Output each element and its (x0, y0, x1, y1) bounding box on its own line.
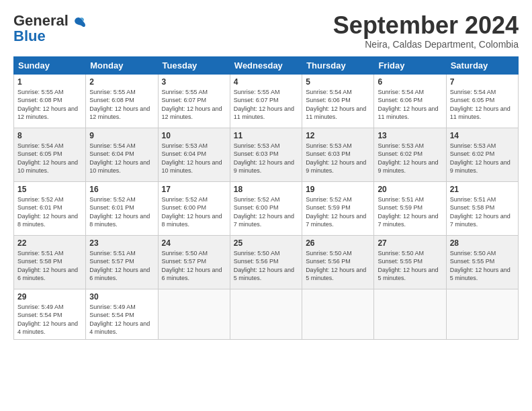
col-friday: Friday (374, 56, 446, 74)
cell-content: Sunrise: 5:52 AM Sunset: 6:00 PM Dayligh… (234, 195, 298, 229)
day-number: 23 (89, 238, 154, 248)
table-row: 22 Sunrise: 5:51 AM Sunset: 5:58 PM Dayl… (14, 235, 86, 289)
cell-content: Sunrise: 5:49 AM Sunset: 5:54 PM Dayligh… (89, 303, 154, 336)
cell-content: Sunrise: 5:50 AM Sunset: 5:56 PM Dayligh… (306, 249, 370, 283)
calendar-week-row: 29 Sunrise: 5:49 AM Sunset: 5:54 PM Dayl… (14, 289, 519, 339)
table-row: 11 Sunrise: 5:53 AM Sunset: 6:03 PM Dayl… (230, 128, 302, 181)
day-number: 10 (162, 131, 226, 140)
table-row: 18 Sunrise: 5:52 AM Sunset: 6:00 PM Dayl… (230, 181, 302, 235)
day-number: 5 (306, 77, 370, 87)
header: General Blue September 2024 Neira, Calda… (13, 12, 519, 50)
cell-content: Sunrise: 5:51 AM Sunset: 5:58 PM Dayligh… (450, 195, 515, 229)
day-number: 30 (89, 292, 154, 302)
day-number: 6 (378, 77, 442, 87)
title-area: September 2024 Neira, Caldas Department,… (333, 12, 519, 50)
day-number: 27 (378, 238, 442, 248)
cell-content: Sunrise: 5:50 AM Sunset: 5:55 PM Dayligh… (378, 249, 442, 283)
cell-content: Sunrise: 5:54 AM Sunset: 6:05 PM Dayligh… (450, 88, 515, 122)
table-row: 27 Sunrise: 5:50 AM Sunset: 5:55 PM Dayl… (374, 235, 446, 289)
table-row: 4 Sunrise: 5:55 AM Sunset: 6:07 PM Dayli… (230, 74, 302, 128)
table-row: 1 Sunrise: 5:55 AM Sunset: 6:08 PM Dayli… (14, 74, 86, 128)
cell-content: Sunrise: 5:50 AM Sunset: 5:57 PM Dayligh… (162, 249, 226, 283)
cell-content: Sunrise: 5:52 AM Sunset: 6:00 PM Dayligh… (162, 195, 226, 229)
day-number: 21 (450, 185, 515, 194)
cell-content: Sunrise: 5:54 AM Sunset: 6:06 PM Dayligh… (306, 88, 370, 122)
table-row: 7 Sunrise: 5:54 AM Sunset: 6:05 PM Dayli… (446, 74, 518, 128)
table-row: 19 Sunrise: 5:52 AM Sunset: 5:59 PM Dayl… (302, 181, 374, 235)
calendar-week-row: 15 Sunrise: 5:52 AM Sunset: 6:01 PM Dayl… (14, 181, 519, 235)
day-number: 2 (89, 77, 154, 87)
table-row: 25 Sunrise: 5:50 AM Sunset: 5:56 PM Dayl… (230, 235, 302, 289)
cell-content: Sunrise: 5:50 AM Sunset: 5:56 PM Dayligh… (234, 249, 298, 283)
col-monday: Monday (86, 56, 158, 74)
cell-content: Sunrise: 5:54 AM Sunset: 6:06 PM Dayligh… (378, 88, 442, 122)
cell-content: Sunrise: 5:54 AM Sunset: 6:05 PM Dayligh… (17, 142, 82, 175)
cell-content: Sunrise: 5:54 AM Sunset: 6:04 PM Dayligh… (89, 142, 154, 175)
col-saturday: Saturday (446, 56, 518, 74)
table-row: 6 Sunrise: 5:54 AM Sunset: 6:06 PM Dayli… (374, 74, 446, 128)
day-number: 12 (306, 131, 370, 140)
cell-content: Sunrise: 5:53 AM Sunset: 6:04 PM Dayligh… (162, 142, 226, 175)
table-row: 5 Sunrise: 5:54 AM Sunset: 6:06 PM Dayli… (302, 74, 374, 128)
day-number: 18 (234, 185, 298, 194)
table-row (230, 289, 302, 339)
day-number: 7 (450, 77, 515, 87)
day-number: 1 (17, 77, 82, 87)
cell-content: Sunrise: 5:55 AM Sunset: 6:08 PM Dayligh… (17, 88, 82, 122)
cell-content: Sunrise: 5:53 AM Sunset: 6:02 PM Dayligh… (450, 142, 515, 175)
table-row (158, 289, 230, 339)
calendar-week-row: 1 Sunrise: 5:55 AM Sunset: 6:08 PM Dayli… (14, 74, 519, 128)
logo-bird-icon (73, 15, 87, 30)
day-number: 14 (450, 131, 515, 140)
day-number: 28 (450, 238, 515, 248)
table-row: 9 Sunrise: 5:54 AM Sunset: 6:04 PM Dayli… (86, 128, 158, 181)
day-number: 26 (306, 238, 370, 248)
table-row: 21 Sunrise: 5:51 AM Sunset: 5:58 PM Dayl… (446, 181, 518, 235)
table-row: 2 Sunrise: 5:55 AM Sunset: 6:08 PM Dayli… (86, 74, 158, 128)
cell-content: Sunrise: 5:50 AM Sunset: 5:55 PM Dayligh… (450, 249, 515, 283)
day-number: 9 (89, 131, 154, 140)
table-row: 13 Sunrise: 5:53 AM Sunset: 6:02 PM Dayl… (374, 128, 446, 181)
cell-content: Sunrise: 5:49 AM Sunset: 5:54 PM Dayligh… (17, 303, 82, 336)
cell-content: Sunrise: 5:52 AM Sunset: 6:01 PM Dayligh… (89, 195, 154, 229)
calendar-header-row: Sunday Monday Tuesday Wednesday Thursday… (14, 56, 519, 74)
day-number: 24 (162, 238, 226, 248)
day-number: 22 (17, 238, 82, 248)
col-sunday: Sunday (14, 56, 86, 74)
day-number: 3 (162, 77, 226, 87)
table-row: 30 Sunrise: 5:49 AM Sunset: 5:54 PM Dayl… (86, 289, 158, 339)
cell-content: Sunrise: 5:53 AM Sunset: 6:03 PM Dayligh… (234, 142, 298, 175)
table-row: 20 Sunrise: 5:51 AM Sunset: 5:59 PM Dayl… (374, 181, 446, 235)
day-number: 19 (306, 185, 370, 194)
calendar-table: Sunday Monday Tuesday Wednesday Thursday… (13, 56, 519, 340)
page: General Blue September 2024 Neira, Calda… (0, 0, 532, 411)
table-row: 14 Sunrise: 5:53 AM Sunset: 6:02 PM Dayl… (446, 128, 518, 181)
table-row (302, 289, 374, 339)
cell-content: Sunrise: 5:55 AM Sunset: 6:07 PM Dayligh… (162, 88, 226, 122)
col-tuesday: Tuesday (158, 56, 230, 74)
cell-content: Sunrise: 5:51 AM Sunset: 5:59 PM Dayligh… (378, 195, 442, 229)
col-wednesday: Wednesday (230, 56, 302, 74)
table-row: 3 Sunrise: 5:55 AM Sunset: 6:07 PM Dayli… (158, 74, 230, 128)
table-row (374, 289, 446, 339)
cell-content: Sunrise: 5:51 AM Sunset: 5:57 PM Dayligh… (89, 249, 154, 283)
cell-content: Sunrise: 5:53 AM Sunset: 6:03 PM Dayligh… (306, 142, 370, 175)
day-number: 4 (234, 77, 298, 87)
day-number: 13 (378, 131, 442, 140)
table-row: 28 Sunrise: 5:50 AM Sunset: 5:55 PM Dayl… (446, 235, 518, 289)
cell-content: Sunrise: 5:52 AM Sunset: 6:01 PM Dayligh… (17, 195, 82, 229)
day-number: 20 (378, 185, 442, 194)
logo: General Blue (13, 12, 87, 45)
day-number: 29 (17, 292, 82, 302)
col-thursday: Thursday (302, 56, 374, 74)
day-number: 17 (162, 185, 226, 194)
table-row: 15 Sunrise: 5:52 AM Sunset: 6:01 PM Dayl… (14, 181, 86, 235)
day-number: 15 (17, 185, 82, 194)
table-row: 23 Sunrise: 5:51 AM Sunset: 5:57 PM Dayl… (86, 235, 158, 289)
table-row (446, 289, 518, 339)
calendar-week-row: 8 Sunrise: 5:54 AM Sunset: 6:05 PM Dayli… (14, 128, 519, 181)
table-row: 17 Sunrise: 5:52 AM Sunset: 6:00 PM Dayl… (158, 181, 230, 235)
table-row: 16 Sunrise: 5:52 AM Sunset: 6:01 PM Dayl… (86, 181, 158, 235)
calendar-week-row: 22 Sunrise: 5:51 AM Sunset: 5:58 PM Dayl… (14, 235, 519, 289)
table-row: 12 Sunrise: 5:53 AM Sunset: 6:03 PM Dayl… (302, 128, 374, 181)
